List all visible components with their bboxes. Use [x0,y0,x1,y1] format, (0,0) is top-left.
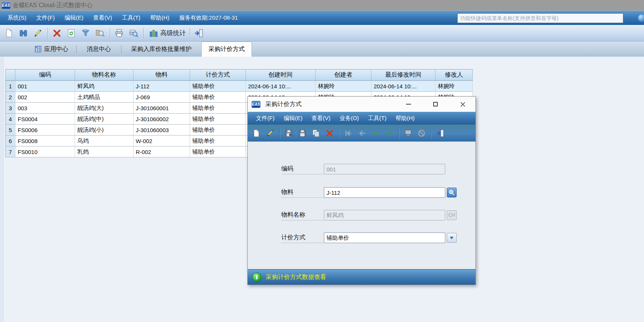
dialog-menu-help[interactable]: 帮助(H) [396,115,415,122]
dialog-menu-file[interactable]: 文件(F) [256,115,274,122]
table-cell[interactable]: FS0008 [15,136,75,146]
form-row-material-name: 物料名称 CH [248,210,475,220]
table-cell[interactable]: 靓汤鸡(大) [75,103,133,114]
dialog-exit-button[interactable] [435,128,446,139]
header-create-time[interactable]: 创建时间 [246,69,316,81]
refresh-button[interactable] [65,27,77,39]
table-cell[interactable]: 2024-06-14 10:... [246,81,316,92]
table-cell[interactable]: 辅助单价 [190,92,246,103]
table-cell[interactable]: J-301060001 [133,103,190,114]
menu-item-tools[interactable]: 工具(T) [122,14,140,22]
delete-button[interactable] [51,27,63,39]
dialog-titlebar[interactable]: EAS 采购计价方式 [248,97,475,112]
print-button[interactable] [113,27,125,39]
table-cell[interactable]: 辅助单价 [190,136,246,146]
header-modifier[interactable]: 修改人 [435,69,473,81]
material-field[interactable] [324,187,445,198]
tab-purchase-pricing-method[interactable]: 采购计价方式 [201,42,252,57]
exit-button[interactable] [193,27,205,39]
dialog-forbid-button[interactable] [416,128,427,139]
dialog-copy-button[interactable] [310,128,322,139]
dialog-save-button[interactable] [297,128,308,139]
dialog-menu-view[interactable]: 查看(V) [311,115,330,122]
dialog-last-button[interactable] [383,128,395,139]
edit-button[interactable] [32,27,44,39]
pricing-method-field[interactable] [324,233,445,243]
tab-message-center[interactable]: 消息中心 [77,42,121,57]
table-cell[interactable]: 2024-06-14 10:... [371,81,435,92]
dialog-edit-button[interactable] [264,128,276,139]
table-cell[interactable]: 辅助单价 [190,81,246,92]
tab-label: 消息中心 [87,45,111,53]
header-creator[interactable]: 创建者 [316,69,371,81]
table-cell[interactable]: 辅助单价 [190,103,246,114]
close-icon[interactable] [460,101,466,107]
dialog-menu-tools[interactable]: 工具(T) [368,115,386,122]
dialog-delete-button[interactable] [324,128,335,139]
table-cell: 6 [6,136,15,146]
table-cell[interactable]: J-069 [133,92,190,103]
header-last-modified-time[interactable]: 最后修改时间 [371,69,435,81]
zoom-search-button[interactable] [94,27,106,39]
header-code[interactable]: 编码 [15,69,75,81]
table-cell[interactable]: J-301060002 [133,114,190,125]
table-cell[interactable]: FS0006 [15,125,75,136]
save-plus-icon [285,129,293,137]
table-cell[interactable]: 002 [15,92,75,103]
find-button[interactable] [17,27,29,39]
dialog-previous-button[interactable] [356,128,368,139]
table-cell[interactable]: 辅助单价 [190,125,246,136]
dialog-form: 编码 物料 物料名称 CH 计价方式 [248,142,475,269]
table-cell[interactable]: 乳鸽 [75,146,133,157]
header-pricing-method[interactable]: 计价方式 [190,69,246,81]
table-cell[interactable]: 林婉玲 [435,81,473,92]
menu-item-file[interactable]: 文件(F) [36,14,55,22]
tab-purchase-price-batch[interactable]: 采购入库价格批量维护 [121,42,201,57]
search-ball-icon[interactable] [638,14,644,22]
table-cell[interactable]: R-002 [133,146,190,157]
header-material[interactable]: 物料 [133,69,190,81]
table-cell[interactable]: 003 [15,103,75,114]
table-cell[interactable]: 辅助单价 [190,146,246,157]
dialog-menu-business[interactable]: 业务(O) [339,115,359,122]
filter-button[interactable] [80,27,92,39]
pricing-method-dropdown-button[interactable] [447,233,457,243]
menu-item-system[interactable]: 系统(S) [8,14,26,22]
dialog-menu-edit[interactable]: 编辑(E) [284,115,302,122]
table-row[interactable]: 1 001 鲜凤鸡 J-112 辅助单价 2024-06-14 10:... 林… [6,81,473,92]
print-preview-button[interactable] [127,27,140,39]
minimize-icon[interactable] [405,101,411,107]
dialog-first-button[interactable] [343,128,354,139]
dialog-submit-button[interactable] [402,128,414,139]
table-cell[interactable]: J-301060003 [133,125,190,136]
table-cell[interactable]: FS0010 [15,146,75,157]
material-lookup-button[interactable] [447,188,457,197]
table-cell[interactable]: 辅助单价 [190,114,246,125]
table-cell[interactable]: 001 [15,81,75,92]
table-cell[interactable]: 土鸡精品 [75,92,133,103]
menu-item-help[interactable]: 帮助(H) [150,14,169,22]
dialog-next-button[interactable] [370,128,381,139]
quick-search-input[interactable] [457,13,623,23]
table-cell[interactable]: W-002 [133,136,190,146]
new-document-button[interactable] [3,27,15,39]
tab-app-center[interactable]: 应用中心 [26,42,76,57]
advanced-stats-button[interactable]: 高级统计 [147,28,188,39]
dialog-save-new-button[interactable] [283,128,294,139]
table-cell[interactable]: 鲜凤鸡 [75,81,133,92]
code-label: 编码 [281,164,324,174]
header-material-name[interactable]: 物料名称 [75,69,133,81]
table-cell[interactable]: 靓汤鸡(中) [75,114,133,125]
table-cell[interactable]: J-112 [133,81,190,92]
table-cell[interactable]: 靓汤鸡(小) [75,125,133,136]
table-cell[interactable]: 林婉玲 [316,81,371,92]
dialog-new-button[interactable] [251,128,262,139]
menu-item-view[interactable]: 查看(V) [93,14,112,22]
window-titlebar: EAS 金蝶EAS Cloud-正式数据中心 [0,0,644,11]
table-cell[interactable]: FS0004 [15,114,75,125]
menu-item-edit[interactable]: 编辑(E) [64,14,83,22]
maximize-icon[interactable] [432,101,439,107]
magnifier-icon [448,189,455,196]
table-cell[interactable]: 乌鸡 [75,136,133,146]
dialog-statusbar: 采购计价方式数据查看 [248,269,475,285]
